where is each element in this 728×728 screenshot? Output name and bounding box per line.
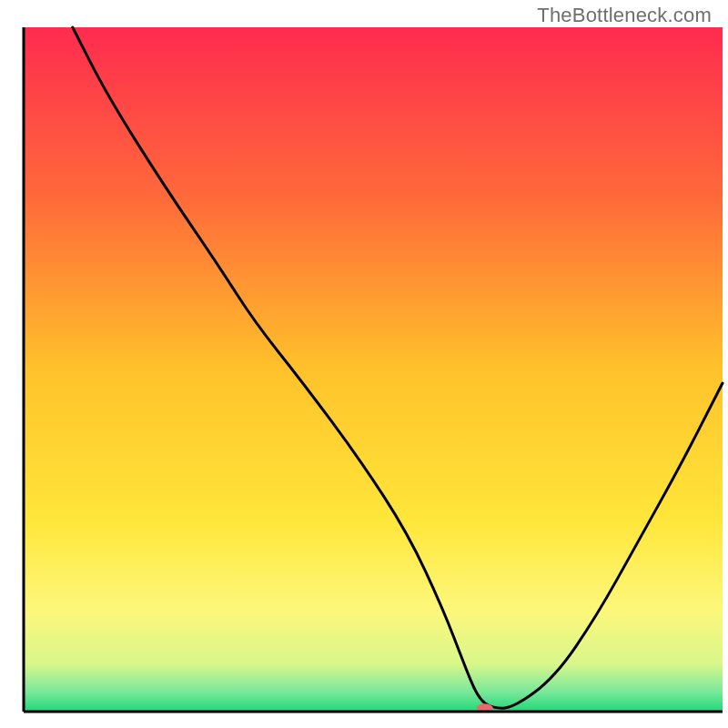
- watermark-text: TheBottleneck.com: [537, 4, 712, 27]
- chart-plot: [0, 0, 728, 728]
- chart-container: TheBottleneck.com: [0, 0, 728, 728]
